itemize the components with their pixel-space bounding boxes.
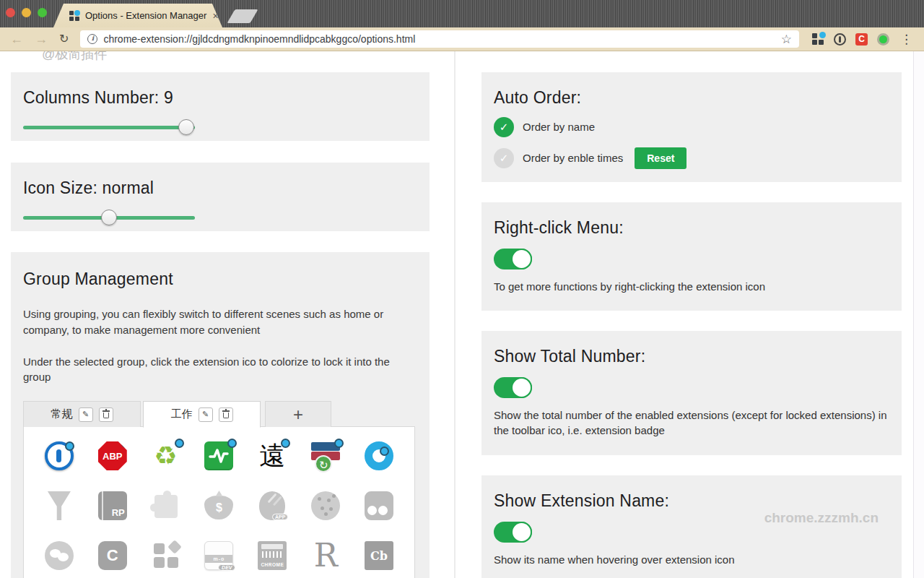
edit-group-icon[interactable]: ✎ <box>199 407 213 422</box>
order-by-name-option[interactable]: ✓ Order by name <box>494 115 889 139</box>
enabled-badge <box>227 439 237 448</box>
bookmark-star-icon[interactable]: ☆ <box>781 32 792 47</box>
group-tab-gongzuo[interactable]: 工作 ✎ <box>143 401 261 428</box>
window-controls <box>6 8 47 17</box>
close-window-button[interactable] <box>6 8 15 17</box>
extension-icon-rp-reader[interactable]: RP <box>86 491 139 520</box>
column-divider <box>454 51 456 578</box>
url-text[interactable]: chrome-extension://gjldcdngmdknpinoemndl… <box>103 33 775 45</box>
add-group-tab[interactable]: + <box>265 401 331 427</box>
order-by-enable-times-option[interactable]: ✓ Order by enble times Reset <box>494 146 889 170</box>
options-page: @极简插件 Columns Number: 9 Icon Size: norma… <box>0 51 924 578</box>
extension-icon-tiles[interactable] <box>139 541 193 570</box>
forward-icon[interactable]: → <box>30 33 52 46</box>
extension-icon-puzzle[interactable] <box>139 491 193 520</box>
show-total-number-toggle[interactable] <box>494 377 532 398</box>
group-tab-label: 工作 <box>171 407 193 421</box>
extension-icon-calligraphy[interactable]: 遠 <box>245 441 299 470</box>
toggle-knob[interactable] <box>511 522 532 543</box>
group-tab-changgui[interactable]: 常规 ✎ <box>23 401 141 427</box>
browser-toolbar: ← → ↻ i chrome-extension://gjldcdngmdknp… <box>0 27 924 51</box>
extension-icon-recycle[interactable]: ♻ <box>139 441 193 470</box>
show-extension-name-caption: Show its name when hovering over extensi… <box>494 552 889 567</box>
show-total-number-caption: Show the total number of the enabled ext… <box>494 407 889 438</box>
reload-icon[interactable]: ↻ <box>55 33 73 45</box>
group-management-panel: Group Management Using grouping, you can… <box>11 252 430 578</box>
ring-extension-icon[interactable] <box>834 33 846 46</box>
right-click-menu-panel: Right-click Menu: To get more functions … <box>481 202 902 311</box>
group-description-2: Under the selected group, click the exte… <box>23 354 398 386</box>
slider-thumb[interactable] <box>178 119 194 135</box>
extension-icon-chat-bubbles[interactable] <box>32 541 86 570</box>
back-icon[interactable]: ← <box>6 33 27 46</box>
extension-icon-1password[interactable] <box>32 441 86 470</box>
extension-icon-pulse-monitor[interactable] <box>193 441 246 470</box>
show-extension-name-toggle[interactable] <box>494 522 532 543</box>
extension-icon-codeblock[interactable]: Cb <box>352 541 406 570</box>
toggle-knob[interactable] <box>511 377 532 398</box>
group-description-1: Using grouping, you can flexibly switch … <box>23 306 398 338</box>
toggle-knob[interactable] <box>511 249 532 269</box>
delete-group-icon[interactable] <box>219 407 233 422</box>
new-tab-button[interactable] <box>227 9 258 23</box>
slider-thumb[interactable] <box>101 210 117 225</box>
extension-toolbar-icons: C ⋮ <box>808 33 918 46</box>
show-extension-name-panel: Show Extension Name: chrome.zzzmh.cn Sho… <box>481 475 902 578</box>
check-icon[interactable]: ✓ <box>494 117 514 137</box>
right-click-menu-toggle[interactable] <box>494 249 532 269</box>
icon-size-panel: Icon Size: normal <box>11 163 430 231</box>
icon-size-slider[interactable] <box>23 210 195 225</box>
extension-icon-letter-c[interactable]: C <box>86 541 139 570</box>
browser-menu-icon[interactable]: ⋮ <box>899 33 914 46</box>
enabled-badge <box>65 441 74 451</box>
page-info-icon[interactable]: i <box>87 34 97 44</box>
extension-icon-double-o[interactable] <box>352 491 406 520</box>
show-extension-name-title: Show Extension Name: <box>494 491 889 511</box>
extension-icon-money-bag[interactable]: $ <box>193 491 246 520</box>
group-management-title: Group Management <box>23 269 417 289</box>
enabled-badge <box>334 439 344 448</box>
tab-close-icon[interactable]: × <box>212 10 218 22</box>
extension-icon-mo-dev[interactable]: m-oDEV <box>193 541 246 570</box>
browser-tabstrip: Options - Extension Manager × <box>0 0 924 27</box>
delete-group-icon[interactable] <box>99 407 113 422</box>
slider-track[interactable] <box>23 126 195 129</box>
watermark-top: @极简插件 <box>42 51 107 63</box>
zoom-window-button[interactable] <box>38 8 47 17</box>
page-scrollbar[interactable] <box>913 51 924 578</box>
enabled-badge <box>175 439 184 448</box>
red-c-extension-icon[interactable]: C <box>855 33 868 46</box>
extension-icon-funnel[interactable] <box>32 491 86 520</box>
green-dot-extension-icon[interactable] <box>877 33 889 46</box>
reset-button[interactable]: Reset <box>635 147 687 169</box>
icon-size-label: Icon Size: normal <box>23 178 417 198</box>
columns-number-label: Columns Number: 9 <box>23 88 417 108</box>
columns-number-slider[interactable] <box>23 119 195 135</box>
extension-icon-book-refresh[interactable]: ↻ <box>299 441 352 470</box>
right-click-menu-caption: To get more functions by right-clicking … <box>494 279 889 294</box>
add-group-icon: + <box>293 405 303 425</box>
right-click-menu-title: Right-click Menu: <box>494 218 889 238</box>
auto-order-title: Auto Order: <box>494 88 889 108</box>
minimize-window-button[interactable] <box>22 8 31 17</box>
check-icon[interactable]: ✓ <box>494 148 514 168</box>
extension-icon-letter-r[interactable]: R <box>299 541 352 570</box>
watermark-brand: chrome.zzzmh.cn <box>764 510 879 526</box>
enabled-badge <box>281 439 290 448</box>
extension-icon-cookie[interactable] <box>299 491 352 520</box>
extension-icon-tamper-chrome[interactable]: CHROME <box>245 541 299 570</box>
extension-icon-adblock-plus[interactable]: ABP <box>86 441 139 470</box>
group-tabs: 常规 ✎ 工作 ✎ + <box>23 401 417 427</box>
enabled-badge <box>121 439 131 448</box>
extension-icon-blue-ring[interactable] <box>352 441 406 470</box>
show-total-number-panel: Show Total Number: Show the total number… <box>481 331 902 455</box>
extension-icon-app-balloon[interactable]: APP <box>245 491 299 520</box>
address-bar[interactable]: i chrome-extension://gjldcdngmdknpinoemn… <box>80 30 799 48</box>
order-by-enable-times-label: Order by enble times <box>523 152 623 164</box>
extension-grid: ABP♻遠↻RP$APPCm-oDEVCHROMERCb <box>24 427 414 578</box>
extension-manager-icon[interactable] <box>812 33 824 46</box>
edit-group-icon[interactable]: ✎ <box>79 407 93 422</box>
show-total-number-title: Show Total Number: <box>494 347 889 366</box>
browser-tab[interactable]: Options - Extension Manager × <box>53 4 222 27</box>
extension-manager-favicon <box>69 11 79 21</box>
